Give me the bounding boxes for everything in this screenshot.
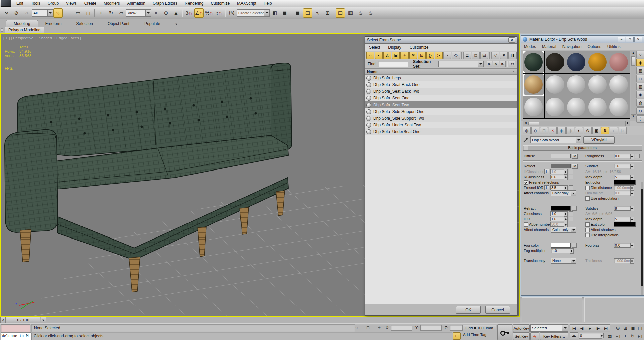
go-forward-sibling-icon[interactable]: ▷ — [619, 127, 627, 134]
sfs-title-bar[interactable]: Select From Scene ✕ — [365, 37, 517, 44]
x-coord-field[interactable] — [391, 325, 412, 331]
material-slot-default[interactable] — [545, 74, 566, 96]
abbe-number-field[interactable]: 50.0 — [550, 222, 565, 227]
filter-funnel-icon[interactable]: ▽ — [491, 52, 499, 59]
snaps-toggle-button[interactable]: 3∩ — [184, 8, 194, 18]
refract-affect-channels-dropdown[interactable]: Color only — [551, 227, 576, 233]
glossiness-field[interactable]: 1.0 — [550, 211, 565, 216]
filter-lights-icon[interactable]: ◭ — [383, 52, 391, 59]
rglossiness-field[interactable]: 0.6 — [550, 175, 565, 179]
find-case-icon[interactable]: ✂ — [509, 61, 515, 67]
zoom-icon[interactable]: ⊕ — [614, 324, 621, 331]
reflect-subdivs-field[interactable]: 16 — [614, 164, 630, 168]
key-mode-toggle-icon[interactable]: ◀▶ — [570, 332, 578, 340]
window-crossing-button[interactable]: ◻ — [84, 8, 93, 18]
material-slot-wood-selected[interactable] — [523, 74, 544, 96]
me-menu-modes[interactable]: Modes — [521, 44, 539, 49]
select-and-link-icon[interactable]: ∞ — [2, 8, 11, 18]
spinner-snap-button[interactable]: ↕∩ — [214, 8, 224, 18]
fresnel-reflections-checkbox[interactable] — [524, 180, 528, 185]
go-to-end-icon[interactable]: ▶| — [602, 324, 610, 332]
rglossiness-spinner[interactable] — [564, 175, 568, 180]
go-to-start-icon[interactable]: |◀ — [570, 324, 578, 332]
maxscript-listener-line[interactable]: Welcome to M — [1, 332, 32, 340]
viewport-label[interactable]: [ + ] [ Perspective ] [ Shaded + Edged F… — [3, 36, 81, 40]
diffuse-map-button[interactable]: M — [572, 154, 578, 159]
isolate-selection-icon[interactable]: ◌ — [353, 325, 360, 331]
filter-helpers-icon[interactable]: ⌖ — [400, 52, 409, 59]
refract-use-interpolation-checkbox[interactable] — [585, 233, 590, 237]
select-by-name-button[interactable]: ≡ — [63, 8, 73, 18]
ior-field[interactable]: 1.6 — [550, 217, 565, 221]
max-depth-spinner[interactable] — [630, 175, 634, 180]
refract-max-depth-field[interactable]: 5 — [614, 217, 630, 221]
app-logo-icon[interactable] — [1, 0, 11, 7]
go-to-parent-icon[interactable]: ◁ — [610, 127, 618, 134]
dim-fall-off-field[interactable]: 0.0 — [614, 191, 630, 195]
me-title-bar[interactable]: Material Editor - Dhp Sofa Wood – □ ✕ — [521, 36, 644, 43]
roughness-map-slot[interactable] — [635, 154, 640, 158]
selection-set-key-dropdown[interactable]: Selected — [530, 324, 568, 332]
me-menu-navigation[interactable]: Navigation — [559, 44, 585, 49]
minimize-icon[interactable]: – — [618, 37, 625, 42]
absolute-mode-icon[interactable]: ⌖ — [376, 325, 383, 331]
abbe-number-checkbox[interactable] — [524, 222, 528, 227]
material-map-navigator-icon[interactable]: ⋮ — [636, 115, 644, 123]
time-slider-thumb[interactable]: 0 / 100 — [6, 317, 40, 323]
key-filters-button[interactable]: Key Filters... — [540, 332, 568, 340]
basic-parameters-rollout[interactable]: - Basic parameters — [523, 145, 642, 151]
video-color-check-icon[interactable]: ▥ — [636, 83, 644, 90]
select-and-move-button[interactable]: + — [96, 8, 106, 18]
show-map-in-viewport-icon[interactable]: ⊙ — [584, 127, 592, 134]
fog-color-swatch[interactable] — [551, 243, 571, 248]
refract-max-depth-spinner[interactable] — [630, 217, 634, 222]
fog-color-map-slot[interactable] — [572, 243, 577, 248]
fresnel-ior-field[interactable]: 3.5 — [550, 185, 565, 190]
add-time-tag[interactable]: Add Time Tag — [463, 333, 486, 337]
collapse-icon[interactable]: - — [524, 146, 528, 150]
restore-icon[interactable]: □ — [626, 37, 634, 42]
fog-bias-field[interactable]: 0.0 — [614, 243, 630, 248]
play-icon[interactable]: ▶ — [586, 324, 594, 332]
list-item[interactable]: Dhp Sofa_UnderSeat One — [365, 128, 517, 135]
list-item[interactable]: Dhp Sofa_Legs — [365, 75, 517, 81]
list-item[interactable]: Dhp Sofa_Under Seat Two — [365, 122, 517, 128]
set-key-button[interactable]: Set Key — [513, 332, 530, 340]
maximize-viewport-icon[interactable]: ◰ — [637, 332, 643, 339]
list-item[interactable]: Dhp Sofa_Side Support One — [365, 108, 517, 115]
material-slot-default[interactable] — [587, 96, 608, 118]
background-icon[interactable]: ▦ — [636, 67, 644, 74]
cancel-button[interactable]: Cancel — [485, 306, 510, 314]
menu-edit[interactable]: Edit — [13, 0, 27, 6]
ribbon-grip[interactable] — [1, 28, 3, 32]
material-id-channel-icon[interactable]: ◐ — [575, 127, 583, 134]
menu-animation[interactable]: Animation — [124, 0, 149, 6]
selection-set-dropdown[interactable] — [438, 61, 484, 67]
menu-help[interactable]: Help — [260, 0, 276, 6]
filter-frozen-icon[interactable]: ◇ — [452, 52, 460, 59]
angle-snap-button[interactable]: ∠∩ — [194, 8, 204, 18]
time-configuration-icon[interactable]: ▦ — [606, 332, 613, 339]
hglossiness-field[interactable]: 1.0 — [550, 169, 565, 174]
assign-to-selection-icon[interactable]: ⊡ — [540, 127, 548, 134]
list-item[interactable]: Dhp Sofa_Seat Back One — [365, 81, 517, 88]
select-by-material-icon[interactable]: ⊙ — [636, 107, 644, 115]
use-pivot-center-button[interactable]: ⌖ — [151, 8, 161, 18]
make-preview-icon[interactable]: ◈ — [636, 91, 644, 98]
max-depth-field[interactable]: 5 — [614, 175, 630, 179]
tab-object-paint[interactable]: Object Paint — [100, 20, 137, 27]
material-name-dropdown[interactable]: Dhp Sofa Wood — [530, 136, 581, 143]
list-empty-area[interactable] — [365, 135, 517, 304]
material-slot-rose[interactable] — [608, 51, 630, 73]
thickness-field[interactable]: 1000.0mm — [614, 258, 630, 263]
fog-bias-spinner[interactable] — [630, 243, 634, 248]
next-frame-icon[interactable]: |▶ — [594, 324, 602, 332]
diffuse-color-swatch[interactable] — [551, 154, 571, 158]
auto-key-button[interactable]: Auto Key — [513, 324, 530, 332]
render-setup-button[interactable]: ▤ — [336, 8, 345, 18]
sample-uv-tiling-icon[interactable]: □ — [636, 75, 644, 82]
display-list-view-icon[interactable]: ≣ — [463, 52, 471, 59]
menu-graph-editors[interactable]: Graph Editors — [149, 0, 181, 6]
sfs-menu-select[interactable]: Select — [365, 44, 384, 50]
dim-distance-spinner[interactable] — [630, 185, 634, 191]
